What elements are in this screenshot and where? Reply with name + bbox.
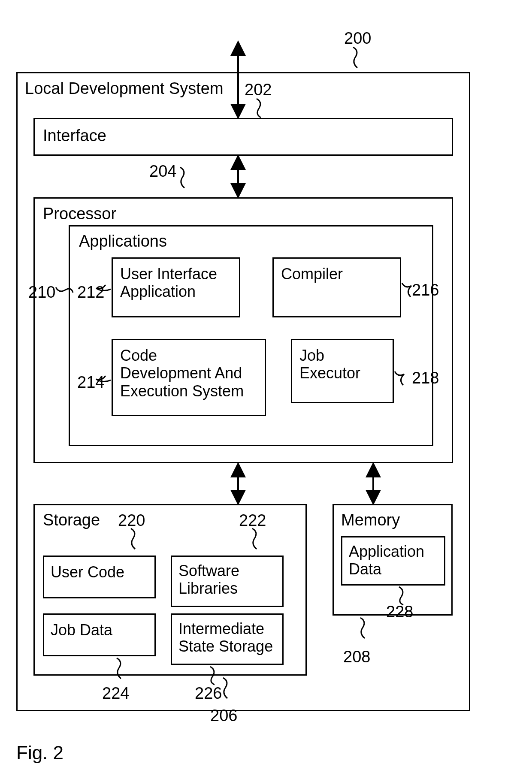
label-intermediate-state: Intermediate State Storage (178, 620, 273, 655)
ref-216: 216 (412, 281, 439, 299)
label-ui-application: User Interface Application (120, 265, 217, 301)
label-memory: Memory (341, 511, 400, 529)
ref-212: 212 (77, 283, 104, 302)
label-job-data: Job Data (51, 621, 112, 639)
ref-204: 204 (149, 162, 176, 181)
label-local-development-system: Local Development System (25, 80, 224, 98)
label-storage: Storage (43, 511, 100, 529)
label-applications: Applications (79, 232, 167, 251)
label-processor: Processor (43, 205, 116, 223)
ref-202: 202 (245, 81, 272, 99)
label-application-data: Application Data (349, 543, 424, 578)
diagram-page: Local Development System Interface Proce… (0, 0, 532, 782)
label-interface: Interface (43, 127, 106, 145)
ref-208: 208 (343, 648, 370, 666)
ref-200: 200 (344, 29, 371, 48)
ref-228: 228 (386, 603, 413, 621)
ref-222: 222 (239, 511, 266, 530)
ref-224: 224 (102, 684, 129, 703)
ref-214: 214 (77, 373, 104, 392)
ref-210: 210 (28, 283, 55, 302)
ref-206: 206 (210, 707, 237, 725)
label-job-executor: Job Executor (299, 347, 360, 382)
label-compiler: Compiler (281, 265, 343, 283)
ref-226: 226 (195, 684, 222, 703)
ref-218: 218 (412, 369, 439, 387)
label-code-dev: Code Development And Execution System (120, 347, 244, 400)
label-user-code: User Code (51, 563, 124, 581)
label-software-libraries: Software Libraries (178, 562, 239, 598)
figure-label: Fig. 2 (16, 742, 63, 764)
ref-220: 220 (118, 511, 145, 530)
